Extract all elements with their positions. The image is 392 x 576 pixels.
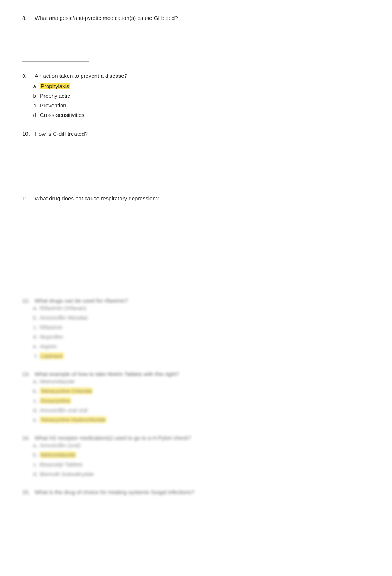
list-item: d. Bismuth Subsalicylate: [30, 470, 370, 479]
blurred-q13-answers: a. Metronidazole b. Tetracycline Chlorid…: [22, 377, 370, 424]
blurred-q12-answers: a. Rifaximin (Xifaxan) b. Amoxicillin Me…: [22, 304, 370, 361]
blurred-q15-text: What is the drug of choice for treating …: [35, 489, 195, 495]
list-item: a. Metronidazole: [30, 377, 370, 386]
answer-text: Rifaximin (Xifaxan): [40, 304, 86, 313]
question-11-text: What drug does not cause respiratory dep…: [35, 195, 159, 201]
blurred-q14-answers: a. Amoxicillin (oral) b. Metronidazole c…: [22, 441, 370, 479]
answer-text: Metronidazole: [40, 377, 75, 386]
list-item: b. Amoxicillin Mesalaz: [30, 313, 370, 322]
list-item: c. Doxycycline: [30, 396, 370, 405]
answer-letter: c.: [30, 101, 38, 110]
answer-text: Ibuprofen: [40, 332, 63, 341]
blurred-question-13: 13. What example of how to take Motrin T…: [22, 371, 370, 424]
list-item: c. Prevention: [30, 101, 370, 110]
question-10-text: How is C-diff treated?: [35, 131, 88, 137]
list-item: a. Rifaximin (Xifaxan): [30, 304, 370, 313]
list-item: c. Rifaximin: [30, 323, 370, 332]
answer-text: Tetracycline Chloride: [40, 387, 93, 396]
divider-11: [22, 286, 114, 286]
blurred-q13-number: 13.: [22, 371, 32, 377]
answer-text: Bisacodyl Tablets: [40, 460, 83, 469]
blurred-q13-text: What example of how to take Motrin Table…: [35, 371, 179, 377]
question-9: 9. An action taken to prevent a disease?…: [22, 73, 370, 120]
blurred-q14-text: What H2 receptor medication(s) used to g…: [35, 435, 191, 441]
answer-letter: d.: [30, 111, 38, 120]
answer-text: Prevention: [40, 101, 66, 110]
question-8: 8. What analgesic/anti-pyretic medicatio…: [22, 15, 370, 62]
answer-text: Aspirin: [40, 342, 57, 351]
blurred-question-14: 14. What H2 receptor medication(s) used …: [22, 435, 370, 479]
list-item: f. Lopinavir: [30, 352, 370, 361]
blurred-q15-number: 15.: [22, 489, 32, 495]
divider-8: [22, 61, 89, 62]
answer-letter: a.: [30, 82, 38, 91]
answer-text: Prophylactic: [40, 92, 70, 100]
answer-text: Metronidazole: [40, 451, 76, 459]
highlighted-answer: Prophylaxis: [40, 83, 70, 89]
list-item: d. Ibuprofen: [30, 332, 370, 341]
question-8-number: 8.: [22, 15, 32, 24]
blurred-q14-number: 14.: [22, 435, 32, 441]
answer-text: Prophylaxis: [40, 82, 70, 91]
blurred-q12-number: 12.: [22, 297, 32, 304]
list-item: e. Tetracycline Hydrochloride: [30, 415, 370, 424]
question-8-text: What analgesic/anti-pyretic medication(s…: [35, 15, 178, 21]
blurred-q12-text: What drugs can be used for rifaximin?: [35, 297, 128, 304]
answer-text: Tetracycline Hydrochloride: [40, 415, 106, 424]
answer-text: Rifaximin: [40, 323, 63, 332]
list-item: d. Amoxicillin oral oral: [30, 406, 370, 415]
list-item: e. Aspirin: [30, 342, 370, 351]
list-item: a. Prophylaxis: [30, 82, 370, 91]
blurred-question-15: 15. What is the drug of choice for treat…: [22, 489, 370, 495]
answer-text: Lopinavir: [40, 352, 64, 361]
answer-text: Cross-sensitivities: [40, 111, 85, 120]
list-item: b. Prophylactic: [30, 92, 370, 100]
answer-text: Amoxicillin oral oral: [40, 406, 87, 415]
list-item: c. Bisacodyl Tablets: [30, 460, 370, 469]
question-11-number: 11.: [22, 195, 32, 204]
blurred-question-12: 12. What drugs can be used for rifaximin…: [22, 297, 370, 361]
answer-text: Amoxicillin Mesalaz: [40, 313, 88, 322]
answer-text: Doxycycline: [40, 396, 71, 405]
question-9-answers: a. Prophylaxis b. Prophylactic c. Preven…: [22, 82, 370, 120]
question-9-text: An action taken to prevent a disease?: [35, 73, 127, 79]
answer-text: Bismuth Subsalicylate: [40, 470, 94, 479]
answer-letter: b.: [30, 92, 38, 100]
list-item: d. Cross-sensitivities: [30, 111, 370, 120]
question-10-number: 10.: [22, 131, 32, 140]
question-11: 11. What drug does not cause respiratory…: [22, 195, 370, 286]
question-10: 10. How is C-diff treated?: [22, 131, 370, 184]
blurred-content-section: 12. What drugs can be used for rifaximin…: [22, 297, 370, 495]
list-item: a. Amoxicillin (oral): [30, 441, 370, 450]
list-item: b. Metronidazole: [30, 451, 370, 459]
question-9-number: 9.: [22, 73, 32, 82]
list-item: b. Tetracycline Chloride: [30, 387, 370, 396]
answer-text: Amoxicillin (oral): [40, 441, 80, 450]
